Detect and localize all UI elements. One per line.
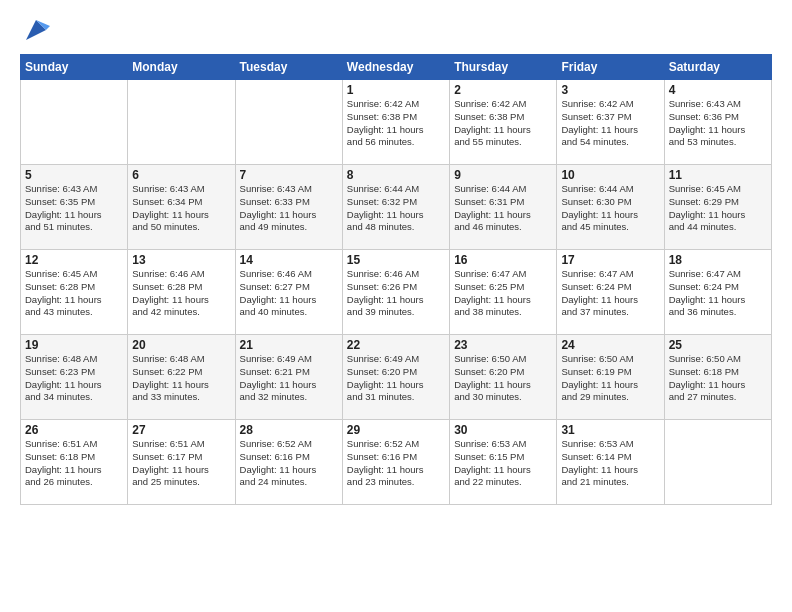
day-info: Sunrise: 6:49 AM Sunset: 6:21 PM Dayligh… xyxy=(240,353,338,404)
day-info: Sunrise: 6:47 AM Sunset: 6:24 PM Dayligh… xyxy=(669,268,767,319)
calendar-cell: 11Sunrise: 6:45 AM Sunset: 6:29 PM Dayli… xyxy=(664,165,771,250)
day-info: Sunrise: 6:43 AM Sunset: 6:35 PM Dayligh… xyxy=(25,183,123,234)
calendar-cell: 17Sunrise: 6:47 AM Sunset: 6:24 PM Dayli… xyxy=(557,250,664,335)
calendar-cell: 10Sunrise: 6:44 AM Sunset: 6:30 PM Dayli… xyxy=(557,165,664,250)
weekday-header-thursday: Thursday xyxy=(450,55,557,80)
day-number: 26 xyxy=(25,423,123,437)
calendar-cell: 21Sunrise: 6:49 AM Sunset: 6:21 PM Dayli… xyxy=(235,335,342,420)
calendar-cell: 15Sunrise: 6:46 AM Sunset: 6:26 PM Dayli… xyxy=(342,250,449,335)
day-info: Sunrise: 6:42 AM Sunset: 6:37 PM Dayligh… xyxy=(561,98,659,149)
day-number: 20 xyxy=(132,338,230,352)
day-info: Sunrise: 6:51 AM Sunset: 6:17 PM Dayligh… xyxy=(132,438,230,489)
day-info: Sunrise: 6:44 AM Sunset: 6:31 PM Dayligh… xyxy=(454,183,552,234)
weekday-header-tuesday: Tuesday xyxy=(235,55,342,80)
day-number: 15 xyxy=(347,253,445,267)
day-number: 7 xyxy=(240,168,338,182)
day-number: 19 xyxy=(25,338,123,352)
day-number: 17 xyxy=(561,253,659,267)
calendar-cell: 22Sunrise: 6:49 AM Sunset: 6:20 PM Dayli… xyxy=(342,335,449,420)
day-info: Sunrise: 6:46 AM Sunset: 6:28 PM Dayligh… xyxy=(132,268,230,319)
logo-icon xyxy=(22,16,50,44)
day-info: Sunrise: 6:52 AM Sunset: 6:16 PM Dayligh… xyxy=(240,438,338,489)
day-info: Sunrise: 6:50 AM Sunset: 6:18 PM Dayligh… xyxy=(669,353,767,404)
day-number: 3 xyxy=(561,83,659,97)
day-number: 25 xyxy=(669,338,767,352)
day-number: 8 xyxy=(347,168,445,182)
day-number: 12 xyxy=(25,253,123,267)
day-number: 1 xyxy=(347,83,445,97)
day-number: 5 xyxy=(25,168,123,182)
calendar-cell: 31Sunrise: 6:53 AM Sunset: 6:14 PM Dayli… xyxy=(557,420,664,505)
day-number: 18 xyxy=(669,253,767,267)
calendar-cell: 19Sunrise: 6:48 AM Sunset: 6:23 PM Dayli… xyxy=(21,335,128,420)
day-info: Sunrise: 6:42 AM Sunset: 6:38 PM Dayligh… xyxy=(347,98,445,149)
weekday-header-friday: Friday xyxy=(557,55,664,80)
day-number: 4 xyxy=(669,83,767,97)
calendar-cell: 25Sunrise: 6:50 AM Sunset: 6:18 PM Dayli… xyxy=(664,335,771,420)
day-info: Sunrise: 6:50 AM Sunset: 6:20 PM Dayligh… xyxy=(454,353,552,404)
day-number: 2 xyxy=(454,83,552,97)
day-info: Sunrise: 6:53 AM Sunset: 6:15 PM Dayligh… xyxy=(454,438,552,489)
weekday-header-saturday: Saturday xyxy=(664,55,771,80)
day-info: Sunrise: 6:46 AM Sunset: 6:26 PM Dayligh… xyxy=(347,268,445,319)
day-number: 10 xyxy=(561,168,659,182)
calendar-cell: 3Sunrise: 6:42 AM Sunset: 6:37 PM Daylig… xyxy=(557,80,664,165)
calendar-cell: 20Sunrise: 6:48 AM Sunset: 6:22 PM Dayli… xyxy=(128,335,235,420)
day-number: 28 xyxy=(240,423,338,437)
calendar-cell xyxy=(664,420,771,505)
day-info: Sunrise: 6:45 AM Sunset: 6:28 PM Dayligh… xyxy=(25,268,123,319)
calendar-cell: 18Sunrise: 6:47 AM Sunset: 6:24 PM Dayli… xyxy=(664,250,771,335)
day-info: Sunrise: 6:42 AM Sunset: 6:38 PM Dayligh… xyxy=(454,98,552,149)
day-number: 9 xyxy=(454,168,552,182)
calendar-cell xyxy=(21,80,128,165)
day-number: 11 xyxy=(669,168,767,182)
day-info: Sunrise: 6:43 AM Sunset: 6:33 PM Dayligh… xyxy=(240,183,338,234)
day-number: 30 xyxy=(454,423,552,437)
day-number: 23 xyxy=(454,338,552,352)
day-info: Sunrise: 6:45 AM Sunset: 6:29 PM Dayligh… xyxy=(669,183,767,234)
day-info: Sunrise: 6:46 AM Sunset: 6:27 PM Dayligh… xyxy=(240,268,338,319)
day-info: Sunrise: 6:50 AM Sunset: 6:19 PM Dayligh… xyxy=(561,353,659,404)
calendar-cell: 13Sunrise: 6:46 AM Sunset: 6:28 PM Dayli… xyxy=(128,250,235,335)
day-number: 14 xyxy=(240,253,338,267)
day-info: Sunrise: 6:51 AM Sunset: 6:18 PM Dayligh… xyxy=(25,438,123,489)
calendar-cell: 8Sunrise: 6:44 AM Sunset: 6:32 PM Daylig… xyxy=(342,165,449,250)
calendar-cell: 14Sunrise: 6:46 AM Sunset: 6:27 PM Dayli… xyxy=(235,250,342,335)
day-number: 22 xyxy=(347,338,445,352)
day-info: Sunrise: 6:48 AM Sunset: 6:22 PM Dayligh… xyxy=(132,353,230,404)
calendar-cell: 12Sunrise: 6:45 AM Sunset: 6:28 PM Dayli… xyxy=(21,250,128,335)
day-number: 27 xyxy=(132,423,230,437)
day-info: Sunrise: 6:49 AM Sunset: 6:20 PM Dayligh… xyxy=(347,353,445,404)
calendar-cell: 1Sunrise: 6:42 AM Sunset: 6:38 PM Daylig… xyxy=(342,80,449,165)
weekday-header-wednesday: Wednesday xyxy=(342,55,449,80)
day-info: Sunrise: 6:47 AM Sunset: 6:25 PM Dayligh… xyxy=(454,268,552,319)
weekday-header-monday: Monday xyxy=(128,55,235,80)
calendar-cell: 6Sunrise: 6:43 AM Sunset: 6:34 PM Daylig… xyxy=(128,165,235,250)
day-number: 31 xyxy=(561,423,659,437)
day-info: Sunrise: 6:44 AM Sunset: 6:30 PM Dayligh… xyxy=(561,183,659,234)
calendar: SundayMondayTuesdayWednesdayThursdayFrid… xyxy=(20,54,772,505)
calendar-cell: 24Sunrise: 6:50 AM Sunset: 6:19 PM Dayli… xyxy=(557,335,664,420)
day-number: 16 xyxy=(454,253,552,267)
calendar-cell: 4Sunrise: 6:43 AM Sunset: 6:36 PM Daylig… xyxy=(664,80,771,165)
calendar-cell xyxy=(235,80,342,165)
day-info: Sunrise: 6:48 AM Sunset: 6:23 PM Dayligh… xyxy=(25,353,123,404)
logo xyxy=(20,16,50,44)
day-info: Sunrise: 6:47 AM Sunset: 6:24 PM Dayligh… xyxy=(561,268,659,319)
calendar-cell: 30Sunrise: 6:53 AM Sunset: 6:15 PM Dayli… xyxy=(450,420,557,505)
header xyxy=(20,16,772,44)
day-info: Sunrise: 6:43 AM Sunset: 6:36 PM Dayligh… xyxy=(669,98,767,149)
calendar-cell: 7Sunrise: 6:43 AM Sunset: 6:33 PM Daylig… xyxy=(235,165,342,250)
page: SundayMondayTuesdayWednesdayThursdayFrid… xyxy=(0,0,792,612)
day-info: Sunrise: 6:52 AM Sunset: 6:16 PM Dayligh… xyxy=(347,438,445,489)
calendar-cell: 2Sunrise: 6:42 AM Sunset: 6:38 PM Daylig… xyxy=(450,80,557,165)
calendar-cell: 29Sunrise: 6:52 AM Sunset: 6:16 PM Dayli… xyxy=(342,420,449,505)
day-number: 24 xyxy=(561,338,659,352)
calendar-cell: 9Sunrise: 6:44 AM Sunset: 6:31 PM Daylig… xyxy=(450,165,557,250)
calendar-cell: 28Sunrise: 6:52 AM Sunset: 6:16 PM Dayli… xyxy=(235,420,342,505)
calendar-cell: 26Sunrise: 6:51 AM Sunset: 6:18 PM Dayli… xyxy=(21,420,128,505)
day-info: Sunrise: 6:53 AM Sunset: 6:14 PM Dayligh… xyxy=(561,438,659,489)
weekday-header-sunday: Sunday xyxy=(21,55,128,80)
calendar-cell xyxy=(128,80,235,165)
calendar-cell: 23Sunrise: 6:50 AM Sunset: 6:20 PM Dayli… xyxy=(450,335,557,420)
